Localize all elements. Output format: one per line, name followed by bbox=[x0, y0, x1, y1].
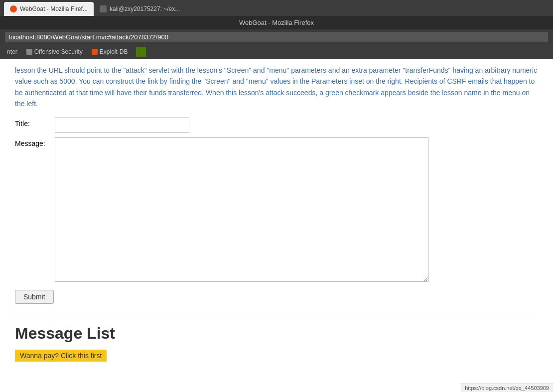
message-row: Message: bbox=[15, 137, 538, 282]
title-input[interactable] bbox=[55, 118, 189, 132]
terminal-tab[interactable]: kali@zxy20175227: ~/ex... bbox=[94, 2, 186, 16]
terminal-icon bbox=[100, 5, 107, 12]
url-input[interactable] bbox=[5, 32, 548, 42]
bookmarks-bar: nter Offensive Security Exploit-DB bbox=[0, 45, 553, 59]
csrf-form: Title: Message: bbox=[15, 118, 538, 282]
bookmark-offensive[interactable]: Offensive Security bbox=[23, 47, 86, 56]
offensive-label: Offensive Security bbox=[34, 48, 83, 55]
section-divider bbox=[15, 314, 538, 314]
exploitdb-label: Exploit-DB bbox=[100, 48, 128, 55]
tab-label: WebGoat - Mozilla Firef... bbox=[20, 5, 88, 12]
message-list-heading: Message List bbox=[15, 324, 538, 343]
tab-bar: WebGoat - Mozilla Firef... kali@zxy20175… bbox=[0, 0, 553, 16]
message-textarea[interactable] bbox=[55, 137, 428, 282]
firefox-favicon bbox=[10, 5, 17, 12]
title-label: Title: bbox=[15, 118, 55, 128]
webgoat-tab[interactable]: WebGoat - Mozilla Firef... bbox=[4, 2, 94, 16]
wanna-pay-link[interactable]: Wanna pay? Click this first bbox=[15, 350, 107, 362]
enter-label: nter bbox=[7, 48, 17, 55]
bookmark-exploitdb[interactable]: Exploit-DB bbox=[89, 47, 131, 56]
green-square-indicator bbox=[136, 47, 146, 57]
bookmark-enter[interactable]: nter bbox=[4, 47, 20, 56]
submit-button[interactable]: Submit bbox=[15, 290, 54, 304]
title-row: Title: bbox=[15, 118, 538, 132]
page-content: lesson the URL should point to the "atta… bbox=[0, 59, 553, 372]
exploitdb-icon bbox=[92, 49, 98, 55]
url-bar bbox=[0, 29, 553, 45]
browser-chrome: WebGoat - Mozilla Firef... kali@zxy20175… bbox=[0, 0, 553, 59]
title-bar: WebGoat - Mozilla Firefox bbox=[0, 16, 553, 29]
terminal-label: kali@zxy20175227: ~/ex... bbox=[110, 5, 180, 12]
offensive-icon bbox=[26, 49, 32, 55]
message-label: Message: bbox=[15, 137, 55, 147]
window-title: WebGoat - Mozilla Firefox bbox=[239, 19, 314, 26]
lesson-text: lesson the URL should point to the "atta… bbox=[15, 65, 538, 110]
